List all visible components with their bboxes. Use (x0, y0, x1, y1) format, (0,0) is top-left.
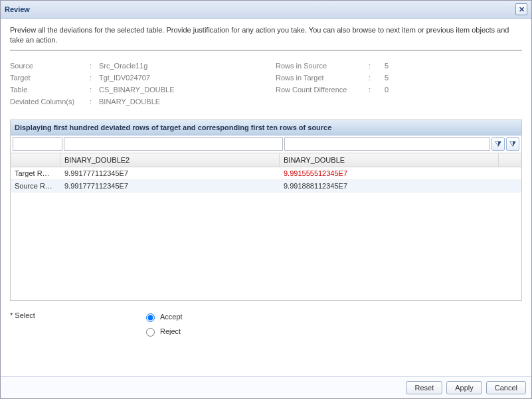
cell-binary-double: 9.991888112345E7 (280, 180, 499, 192)
divider (10, 50, 522, 50)
cell-binary-double2: 9.991777112345E7 (60, 180, 280, 192)
description-text: Preview all the deviations for the selec… (10, 25, 522, 46)
filter-input-binary-double[interactable] (284, 137, 490, 151)
filter-actions: ⧩ ⧩ (491, 137, 519, 151)
filter-row: ⧩ ⧩ (11, 135, 521, 153)
cancel-button[interactable]: Cancel (486, 381, 526, 394)
reject-label: Reject (160, 327, 181, 335)
filter-input-rowtype[interactable] (13, 137, 62, 151)
action-radios: Accept Reject (143, 311, 183, 341)
meta-label: Rows in Target (276, 74, 369, 82)
filter-input-binary-double2[interactable] (64, 137, 283, 151)
clear-filter-button[interactable]: ⧩ (506, 137, 519, 151)
meta-label: Source (10, 62, 90, 70)
accept-option[interactable]: Accept (143, 311, 183, 322)
cell-binary-double: 9.991555512345E7 (280, 167, 499, 179)
titlebar: Review ✕ (1, 1, 531, 19)
accept-label: Accept (160, 313, 183, 321)
metadata: Source:Src_Oracle11g Target:Tgt_IDV02470… (10, 60, 522, 108)
meta-value: BINARY_DOUBLE (99, 98, 160, 106)
meta-label: Row Count Difference (276, 86, 369, 94)
deviations-panel: Displaying first hundred deviated rows o… (10, 120, 522, 301)
panel-header: Displaying first hundred deviated rows o… (11, 120, 521, 135)
meta-value: Tgt_IDV024707 (99, 74, 150, 82)
meta-label: Deviated Column(s) (10, 98, 90, 106)
meta-label: Target (10, 74, 90, 82)
reject-option[interactable]: Reject (143, 326, 183, 337)
meta-label: Table (10, 86, 90, 94)
meta-value: 5 (378, 74, 389, 82)
meta-value: Src_Oracle11g (99, 62, 147, 70)
dialog-footer: Reset Apply Cancel (1, 376, 531, 398)
meta-value: 5 (378, 62, 389, 70)
filter-cell-col2 (284, 137, 490, 151)
filter-cell-rowtype (13, 137, 62, 151)
grid-header: BINARY_DOUBLE2 BINARY_DOUBLE (11, 153, 521, 167)
table-row[interactable]: Target R… 9.991777112345E7 9.99155551234… (11, 167, 521, 180)
funnel-clear-icon: ⧩ (509, 139, 516, 149)
window-title: Review (5, 5, 30, 13)
table-row[interactable]: Source R… 9.991777112345E7 9.99188811234… (11, 180, 521, 193)
col-header-binary-double2[interactable]: BINARY_DOUBLE2 (60, 153, 280, 167)
reset-button[interactable]: Reset (406, 381, 442, 394)
filter-cell-col1 (64, 137, 283, 151)
cell-binary-double2: 9.991777112345E7 (60, 167, 280, 179)
close-button[interactable]: ✕ (515, 3, 527, 15)
accept-radio[interactable] (146, 313, 155, 322)
close-icon: ✕ (519, 6, 525, 13)
apply-button[interactable]: Apply (446, 381, 482, 394)
metadata-right: Rows in Source:5 Rows in Target:5 Row Co… (276, 60, 522, 108)
apply-filter-button[interactable]: ⧩ (491, 137, 505, 151)
dialog-body: Preview all the deviations for the selec… (1, 19, 531, 376)
col-header-binary-double[interactable]: BINARY_DOUBLE (280, 153, 499, 167)
funnel-icon: ⧩ (495, 139, 501, 149)
grid-body: Target R… 9.991777112345E7 9.99155551234… (11, 167, 521, 300)
select-label: * Select (10, 311, 143, 319)
review-dialog: Review ✕ Preview all the deviations for … (0, 0, 532, 399)
meta-value: 0 (378, 86, 389, 94)
meta-label: Rows in Source (276, 62, 369, 70)
meta-value: CS_BINARY_DOUBLE (99, 86, 175, 94)
reject-radio[interactable] (146, 328, 155, 337)
row-label: Source R… (11, 180, 60, 192)
metadata-left: Source:Src_Oracle11g Target:Tgt_IDV02470… (10, 60, 276, 108)
col-header-rowtype[interactable] (11, 153, 60, 167)
select-action: * Select Accept Reject (10, 311, 522, 341)
row-label: Target R… (11, 167, 60, 179)
